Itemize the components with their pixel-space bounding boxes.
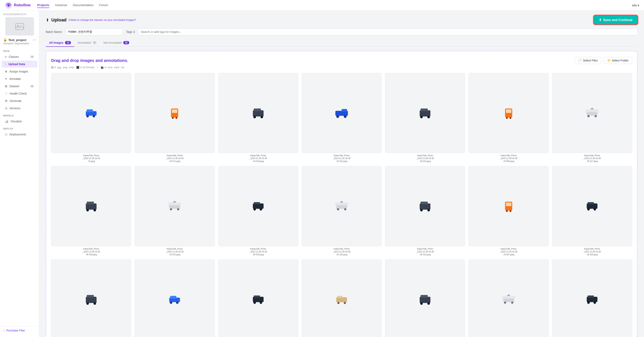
sidebar-item-assign[interactable]: ⊕ Assign Images bbox=[2, 68, 38, 75]
list-item[interactable]: KakaoTalk_Photo _2023-12-28-16-39 -31.jp… bbox=[51, 73, 131, 163]
chevron-down-icon: ▾ bbox=[638, 4, 639, 7]
purchase-plan-button[interactable]: ↑ Purchase Plan bbox=[3, 329, 36, 332]
list-item[interactable]: KakaoTalk_Photo _2023-12-28-16-38 -35 02… bbox=[302, 166, 382, 256]
svg-rect-13 bbox=[253, 110, 264, 117]
svg-point-91 bbox=[587, 301, 590, 304]
image-thumbnail bbox=[51, 166, 131, 246]
upload-header: ⬆ Upload ℹ Want to change the classes on… bbox=[46, 15, 638, 24]
sidebar-item-label: Classes bbox=[8, 55, 19, 58]
tab-annotated-badge: 0 bbox=[92, 41, 97, 44]
svg-point-75 bbox=[260, 301, 262, 304]
sidebar-item-versions[interactable]: ◷ Versions bbox=[2, 105, 38, 112]
svg-point-32 bbox=[594, 115, 597, 117]
tab-not-annotated[interactable]: Not Annotated 32 bbox=[100, 39, 132, 47]
svg-rect-14 bbox=[254, 108, 261, 111]
list-item[interactable]: KakaoTalk_Photo _2023-12-28-16-38 -33 00… bbox=[468, 73, 548, 163]
nav-universe[interactable]: Universe bbox=[55, 2, 67, 8]
list-item[interactable]: KakaoTalk_Photo _2023-12-28-16-38 -36 02… bbox=[385, 73, 465, 163]
select-files-button[interactable]: 📄 Select Files bbox=[575, 57, 601, 64]
drop-zone-actions: 📄 Select Files 📁 Select Folder bbox=[575, 57, 632, 64]
svg-point-78 bbox=[337, 302, 340, 304]
list-item[interactable]: KakaoTalk_Photo _2023-12-28-16-38 -33 00… bbox=[468, 166, 548, 256]
list-item[interactable]: KakaoTalk_Photo _2023-12-28-16-38 -36 02… bbox=[218, 166, 298, 256]
sidebar-item-label: Health Check bbox=[10, 92, 27, 95]
list-item[interactable]: KakaoTalk_Photo _2023-12-28-16-38 -34 01… bbox=[134, 73, 215, 163]
nav-projects[interactable]: Projects bbox=[37, 2, 49, 8]
section-models-label: Models bbox=[0, 112, 39, 118]
generate-icon: ⚙ bbox=[5, 99, 8, 102]
image-filename: KakaoTalk_Photo _2023-12-28-16-38 -35 01… bbox=[583, 154, 601, 163]
user-menu[interactable]: edu ▾ bbox=[632, 4, 639, 7]
svg-point-67 bbox=[94, 302, 96, 305]
list-item[interactable]: KakaoTalk_Photo _2023-12-28-16-38 -35 02… bbox=[134, 166, 215, 256]
image-thumbnail bbox=[552, 166, 632, 246]
svg-rect-61 bbox=[588, 202, 594, 204]
svg-point-62 bbox=[587, 208, 590, 211]
project-name: Test_project bbox=[8, 38, 26, 42]
list-icon: ≡ bbox=[5, 55, 6, 58]
image-thumbnail bbox=[218, 259, 298, 337]
svg-rect-3 bbox=[16, 23, 24, 30]
sidebar-bottom: ↑ Purchase Plan bbox=[0, 326, 39, 335]
save-continue-button[interactable]: ⬆ Save and Continue bbox=[594, 15, 638, 24]
list-item[interactable]: KakaoTalk_Photo _2023-12-28-16-38 -35 02… bbox=[302, 259, 382, 337]
file-icon: 📄 bbox=[578, 59, 582, 62]
project-more-icon[interactable]: ⋯ bbox=[33, 38, 36, 42]
brand-name: Roboflow bbox=[14, 3, 31, 7]
upload-title-area: ⬆ Upload ℹ Want to change the classes on… bbox=[46, 17, 136, 23]
list-item[interactable]: KakaoTalk_Photo _2023-12-28-16-38 -35 01… bbox=[385, 166, 465, 256]
list-item[interactable]: KakaoTalk_Photo _2023-12-28-16-38 -35 02… bbox=[218, 259, 298, 337]
list-item[interactable]: KakaoTalk_Photo _2023-12-28-16-38 -35 02… bbox=[552, 259, 632, 337]
svg-marker-51 bbox=[340, 201, 344, 203]
deploy-icon: ⬡ bbox=[5, 133, 7, 136]
svg-point-46 bbox=[260, 208, 262, 211]
list-item[interactable]: KakaoTalk_Photo _2023-12-28-16-38 -36 02… bbox=[552, 166, 632, 256]
svg-point-19 bbox=[336, 115, 339, 118]
image-filename: KakaoTalk_Photo _2023-12-28-16-38 -36 02… bbox=[82, 248, 100, 256]
list-item[interactable]: KakaoTalk_Photo _2023-12-28-16-38 -35 02… bbox=[385, 259, 465, 337]
hint-video-text: in .mov, .mp4, .avi bbox=[104, 66, 124, 69]
sidebar-item-annotate[interactable]: ✏ Annotate bbox=[2, 75, 38, 82]
hint-formats-text: in 26 formats bbox=[80, 66, 94, 69]
tab-all-images[interactable]: All Images 32 bbox=[46, 39, 74, 47]
select-folder-button[interactable]: 📁 Select Folder bbox=[604, 57, 632, 64]
image-filename: KakaoTalk_Photo _2023-12-28-16-38 -32 00… bbox=[333, 154, 350, 163]
tags-input[interactable] bbox=[138, 28, 638, 35]
sidebar-item-upload[interactable]: ↑ Upload Data bbox=[2, 61, 38, 68]
sidebar-item-classes[interactable]: ≡ Classes 0 bbox=[2, 53, 38, 60]
list-item[interactable]: KakaoTalk_Photo _2023-12-28-16-38 -35 02… bbox=[134, 259, 215, 337]
batch-name-input[interactable] bbox=[66, 28, 123, 35]
list-item[interactable]: KakaoTalk_Photo _2023-12-28-16-38 -35 01… bbox=[51, 259, 131, 337]
nav-forum[interactable]: Forum bbox=[99, 2, 108, 8]
topnav: Roboflow Projects Universe Documentation… bbox=[0, 0, 644, 11]
list-item[interactable]: KakaoTalk_Photo _2023-12-28-16-38 -35 01… bbox=[552, 73, 632, 163]
svg-rect-80 bbox=[420, 297, 430, 303]
image-thumbnail bbox=[218, 166, 298, 246]
svg-point-8 bbox=[92, 115, 95, 117]
list-item[interactable]: KakaoTalk_Photo _2023-12-28-16-38 -36 02… bbox=[51, 166, 131, 256]
hint-jpg-text: in .jpg, .png, .bmp bbox=[54, 66, 74, 69]
upload-hint[interactable]: ℹ Want to change the classes on your ann… bbox=[69, 18, 136, 21]
svg-point-23 bbox=[420, 116, 423, 118]
sidebar-item-dataset[interactable]: ⊞ Dataset 0 bbox=[2, 83, 38, 90]
sidebar-item-deployments[interactable]: ⬡ Deployments bbox=[2, 131, 38, 138]
batch-row: Batch Name: Tags: ℹ bbox=[46, 28, 638, 35]
logo[interactable]: Roboflow bbox=[5, 2, 31, 9]
svg-point-15 bbox=[253, 116, 256, 118]
page-title: Upload bbox=[51, 17, 67, 23]
sidebar-item-visualize[interactable]: 📊 Visualize bbox=[2, 118, 38, 125]
list-item[interactable]: KakaoTalk_Photo _2023-12-28-16-38 -34 01… bbox=[218, 73, 298, 163]
tab-annotated[interactable]: Annotated 0 bbox=[74, 39, 100, 47]
sidebar-item-generate[interactable]: ⚙ Generate bbox=[2, 97, 38, 104]
save-icon: ⬆ bbox=[599, 18, 602, 22]
svg-point-59 bbox=[510, 210, 511, 212]
project-info: 🔒 Test_project ⋯ Semantic Segmentation bbox=[0, 38, 39, 47]
image-filename: KakaoTalk_Photo _2023-12-28-16-38 -33 00… bbox=[500, 154, 518, 163]
list-item[interactable]: KakaoTalk_Photo _2023-12-28-16-38 -35 02… bbox=[468, 259, 548, 337]
sidebar-item-health[interactable]: ♡ Health Check bbox=[2, 90, 38, 97]
svg-rect-44 bbox=[254, 202, 260, 204]
svg-point-27 bbox=[506, 117, 508, 119]
nav-documentation[interactable]: Documentation bbox=[73, 2, 94, 8]
list-item[interactable]: KakaoTalk_Photo _2023-12-28-16-38 -32 00… bbox=[302, 73, 382, 163]
image-thumbnail bbox=[51, 259, 131, 337]
